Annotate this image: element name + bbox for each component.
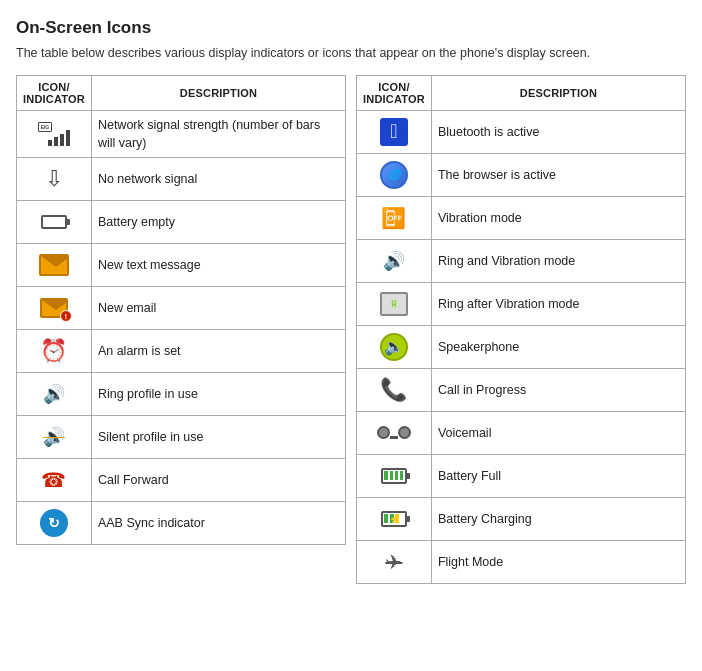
desc-cell: Call Forward: [91, 459, 345, 502]
desc-cell: Voicemail: [431, 411, 685, 454]
alarm-icon: ⏰: [38, 335, 70, 367]
table-row: 🔊 Ring and Vibration mode: [357, 239, 686, 282]
no-network-icon: ⇩: [38, 163, 70, 195]
icon-cell: 🔊: [17, 416, 92, 459]
new-email-icon: !: [38, 292, 70, 324]
icon-cell: ⏰: [17, 330, 92, 373]
desc-cell: AAB Sync indicator: [91, 502, 345, 545]
icon-cell: [357, 454, 432, 497]
table-row: 🔊 Ring profile in use: [17, 373, 346, 416]
call-forward-icon: ☎: [38, 464, 70, 496]
icon-cell: ☎: [17, 459, 92, 502]
table-row: 🔈 Speakerphone: [357, 325, 686, 368]
table-row: 📞 Call in Progress: [357, 368, 686, 411]
silent-profile-icon: 🔊: [38, 421, 70, 453]
table-row: 𐋖 Bluetooth is active: [357, 110, 686, 153]
desc-cell: Ring profile in use: [91, 373, 345, 416]
new-message-icon: [38, 249, 70, 281]
bluetooth-icon: 𐋖: [378, 116, 410, 148]
battery-charging-icon: ⚡: [378, 503, 410, 535]
table-row: ⇩ No network signal: [17, 158, 346, 201]
table-row: ⚡ Battery Charging: [357, 497, 686, 540]
icon-cell: 📞: [357, 368, 432, 411]
speakerphone-icon: 🔈: [378, 331, 410, 363]
table-row: 🔊 Silent profile in use: [17, 416, 346, 459]
desc-cell: Vibration mode: [431, 196, 685, 239]
table-row: ✈ Flight Mode: [357, 540, 686, 583]
right-th-desc: DESCRIPTION: [431, 75, 685, 110]
ring-after-vib-icon: 🔋: [378, 288, 410, 320]
table-row: Battery Full: [357, 454, 686, 497]
desc-cell: Ring after Vibration mode: [431, 282, 685, 325]
left-th-desc: DESCRIPTION: [91, 75, 345, 110]
left-table: ICON/ INDICATOR DESCRIPTION EIG Network …: [16, 75, 346, 545]
desc-cell: Battery Charging: [431, 497, 685, 540]
icon-cell: 🌐: [357, 153, 432, 196]
page-title: On-Screen Icons: [16, 18, 686, 38]
icon-cell: 𐋖: [357, 110, 432, 153]
icon-cell: ⚡: [357, 497, 432, 540]
table-row: New text message: [17, 244, 346, 287]
icon-cell: [17, 244, 92, 287]
desc-cell: Battery Full: [431, 454, 685, 497]
right-th-icon: ICON/ INDICATOR: [357, 75, 432, 110]
table-row: ☎ Call Forward: [17, 459, 346, 502]
table-row: ! New email: [17, 287, 346, 330]
desc-cell: An alarm is set: [91, 330, 345, 373]
battery-empty-icon: [38, 206, 70, 238]
icon-cell: !: [17, 287, 92, 330]
icon-cell: 🔊: [17, 373, 92, 416]
tables-container: ICON/ INDICATOR DESCRIPTION EIG Network …: [16, 75, 686, 584]
icon-cell: 🔊: [357, 239, 432, 282]
table-row: 🔋 Ring after Vibration mode: [357, 282, 686, 325]
desc-cell: Speakerphone: [431, 325, 685, 368]
desc-cell: Call in Progress: [431, 368, 685, 411]
voicemail-icon: [378, 417, 410, 449]
flight-mode-icon: ✈: [378, 546, 410, 578]
icon-cell: EIG: [17, 110, 92, 157]
desc-cell: The browser is active: [431, 153, 685, 196]
desc-cell: New text message: [91, 244, 345, 287]
right-table: ICON/ INDICATOR DESCRIPTION 𐋖 Bluetooth …: [356, 75, 686, 584]
table-row: EIG Network signal strength (number of b…: [17, 110, 346, 157]
call-in-progress-icon: 📞: [378, 374, 410, 406]
table-row: ⏰ An alarm is set: [17, 330, 346, 373]
ring-vibration-icon: 🔊: [378, 245, 410, 277]
icon-cell: ⇩: [17, 158, 92, 201]
desc-cell: Bluetooth is active: [431, 110, 685, 153]
table-row: 🌐 The browser is active: [357, 153, 686, 196]
aab-sync-icon: ↻: [38, 507, 70, 539]
browser-icon: 🌐: [378, 159, 410, 191]
icon-cell: [357, 411, 432, 454]
table-row: Battery empty: [17, 201, 346, 244]
table-row: Voicemail: [357, 411, 686, 454]
desc-cell: Ring and Vibration mode: [431, 239, 685, 282]
desc-cell: New email: [91, 287, 345, 330]
icon-cell: 🔋: [357, 282, 432, 325]
table-row: 📴 Vibration mode: [357, 196, 686, 239]
desc-cell: Silent profile in use: [91, 416, 345, 459]
icon-cell: 📴: [357, 196, 432, 239]
desc-cell: Battery empty: [91, 201, 345, 244]
icon-cell: 🔈: [357, 325, 432, 368]
icon-cell: ↻: [17, 502, 92, 545]
battery-full-icon: [378, 460, 410, 492]
ring-profile-icon: 🔊: [38, 378, 70, 410]
left-th-icon: ICON/ INDICATOR: [17, 75, 92, 110]
icon-cell: ✈: [357, 540, 432, 583]
desc-cell: No network signal: [91, 158, 345, 201]
signal-icon: EIG: [38, 118, 70, 150]
table-row: ↻ AAB Sync indicator: [17, 502, 346, 545]
intro-text: The table below describes various displa…: [16, 44, 686, 63]
vibration-icon: 📴: [378, 202, 410, 234]
desc-cell: Flight Mode: [431, 540, 685, 583]
icon-cell: [17, 201, 92, 244]
desc-cell: Network signal strength (number of bars …: [91, 110, 345, 157]
